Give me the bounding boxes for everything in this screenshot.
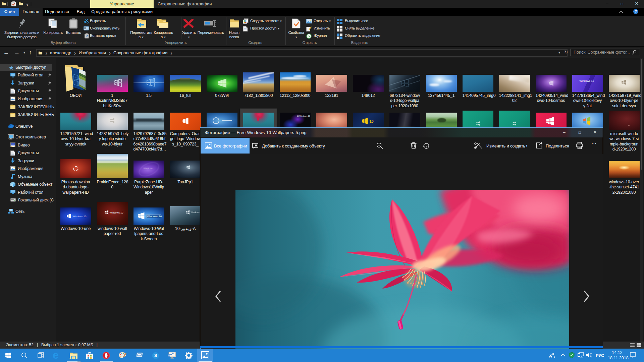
svg-text:S: S <box>154 353 157 358</box>
